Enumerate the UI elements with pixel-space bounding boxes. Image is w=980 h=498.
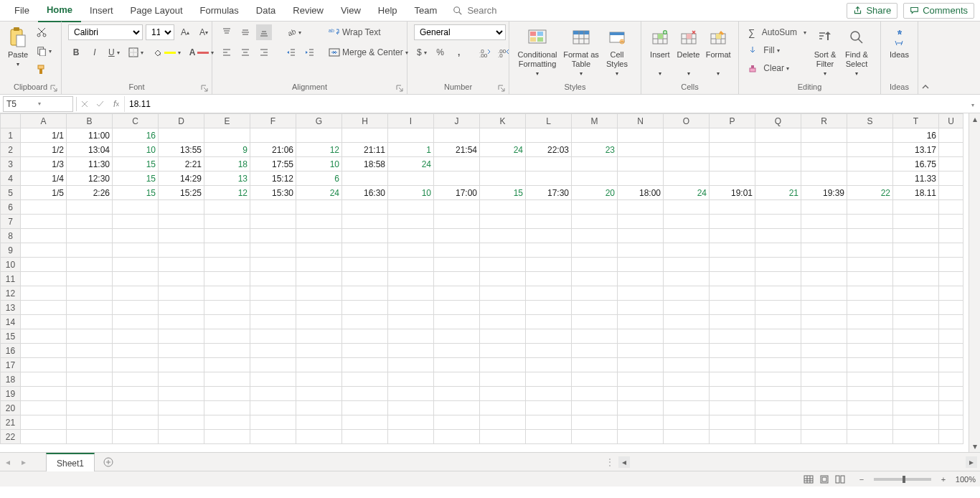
cell-J15[interactable] [434, 329, 480, 344]
cell-J13[interactable] [434, 301, 480, 315]
cell-H17[interactable] [342, 358, 388, 372]
cell-E1[interactable] [204, 128, 250, 143]
cell-J8[interactable] [434, 229, 480, 243]
col-header-H[interactable]: H [342, 114, 388, 128]
cell-B7[interactable] [67, 215, 113, 229]
cell-A7[interactable] [21, 215, 67, 229]
cell-L13[interactable] [526, 301, 572, 315]
cell-D15[interactable] [159, 329, 204, 344]
cell-T19[interactable] [893, 387, 939, 401]
cell-E14[interactable] [204, 315, 250, 329]
cell-A11[interactable] [21, 272, 67, 286]
cell-D22[interactable] [159, 430, 204, 444]
cell-T20[interactable] [893, 401, 939, 415]
spreadsheet-grid[interactable]: ABCDEFGHIJKLMNOPQRSTU11/111:00161621/213… [0, 113, 980, 452]
cell-T16[interactable] [893, 344, 939, 358]
cell-M6[interactable] [572, 200, 618, 215]
scroll-up-button[interactable]: ▴ [969, 113, 980, 125]
cell-P8[interactable] [710, 229, 755, 243]
cell-G9[interactable] [296, 243, 342, 258]
cell-S5[interactable]: 22 [847, 186, 893, 200]
cell-M19[interactable] [572, 387, 618, 401]
cell-M4[interactable] [572, 172, 618, 186]
cell-B18[interactable] [67, 372, 113, 387]
cell-J18[interactable] [434, 372, 480, 387]
cell-O15[interactable] [664, 329, 710, 344]
cell-U11[interactable] [939, 272, 963, 286]
border-button[interactable]: ▾ [126, 44, 146, 60]
cell-P14[interactable] [710, 315, 755, 329]
cell-O10[interactable] [664, 258, 710, 272]
cell-I3[interactable]: 24 [388, 157, 434, 172]
cell-T9[interactable] [893, 243, 939, 258]
cell-E7[interactable] [204, 215, 250, 229]
cell-C7[interactable] [113, 215, 159, 229]
cell-S15[interactable] [847, 329, 893, 344]
cell-J4[interactable] [434, 172, 480, 186]
col-header-E[interactable]: E [204, 114, 250, 128]
row-header-22[interactable]: 22 [1, 430, 21, 444]
cell-N1[interactable] [618, 128, 664, 143]
cell-K7[interactable] [480, 215, 526, 229]
cell-J12[interactable] [434, 286, 480, 301]
cell-C5[interactable]: 15 [113, 186, 159, 200]
cell-E6[interactable] [204, 200, 250, 215]
cell-S8[interactable] [847, 229, 893, 243]
cell-L7[interactable] [526, 215, 572, 229]
align-right-button[interactable] [256, 44, 272, 60]
cell-K9[interactable] [480, 243, 526, 258]
cell-S2[interactable] [847, 143, 893, 157]
cell-F9[interactable] [250, 243, 296, 258]
cell-U8[interactable] [939, 229, 963, 243]
cell-H4[interactable] [342, 172, 388, 186]
find-select-button[interactable]: Find & Select▾ [841, 24, 872, 78]
cell-T6[interactable] [893, 200, 939, 215]
cell-F17[interactable] [250, 358, 296, 372]
cell-I2[interactable]: 1 [388, 143, 434, 157]
cell-C11[interactable] [113, 272, 159, 286]
col-header-L[interactable]: L [526, 114, 572, 128]
cell-I9[interactable] [388, 243, 434, 258]
col-header-D[interactable]: D [159, 114, 204, 128]
cell-M5[interactable]: 20 [572, 186, 618, 200]
cell-N7[interactable] [618, 215, 664, 229]
cell-Q15[interactable] [755, 329, 801, 344]
cell-E3[interactable]: 18 [204, 157, 250, 172]
cell-P9[interactable] [710, 243, 755, 258]
tab-help[interactable]: Help [369, 0, 406, 22]
vertical-scrollbar[interactable]: ▴ ▾ [969, 113, 980, 452]
cut-button[interactable] [34, 24, 50, 40]
cell-K2[interactable]: 24 [480, 143, 526, 157]
row-header-18[interactable]: 18 [1, 372, 21, 387]
cell-styles-button[interactable]: Cell Styles▾ [601, 24, 633, 78]
cell-J1[interactable] [434, 128, 480, 143]
add-sheet-button[interactable] [99, 454, 118, 470]
cell-T18[interactable] [893, 372, 939, 387]
cell-U19[interactable] [939, 387, 963, 401]
cell-K3[interactable] [480, 157, 526, 172]
cell-T14[interactable] [893, 315, 939, 329]
zoom-in-button[interactable]: + [936, 473, 951, 486]
search-box[interactable]: Search [446, 5, 504, 16]
formula-input[interactable] [124, 96, 966, 112]
page-layout-view-button[interactable] [816, 473, 832, 486]
cell-H21[interactable] [342, 415, 388, 430]
cell-N3[interactable] [618, 157, 664, 172]
row-header-16[interactable]: 16 [1, 344, 21, 358]
cell-T10[interactable] [893, 258, 939, 272]
cell-E13[interactable] [204, 301, 250, 315]
cell-A14[interactable] [21, 315, 67, 329]
cell-F22[interactable] [250, 430, 296, 444]
cell-R19[interactable] [801, 387, 847, 401]
cell-K13[interactable] [480, 301, 526, 315]
cell-A18[interactable] [21, 372, 67, 387]
cell-C21[interactable] [113, 415, 159, 430]
align-middle-button[interactable] [237, 24, 253, 40]
cell-N15[interactable] [618, 329, 664, 344]
col-header-O[interactable]: O [664, 114, 710, 128]
cell-B3[interactable]: 11:30 [67, 157, 113, 172]
cell-D8[interactable] [159, 229, 204, 243]
cell-E16[interactable] [204, 344, 250, 358]
cell-Q7[interactable] [755, 215, 801, 229]
align-bottom-button[interactable] [256, 24, 272, 40]
